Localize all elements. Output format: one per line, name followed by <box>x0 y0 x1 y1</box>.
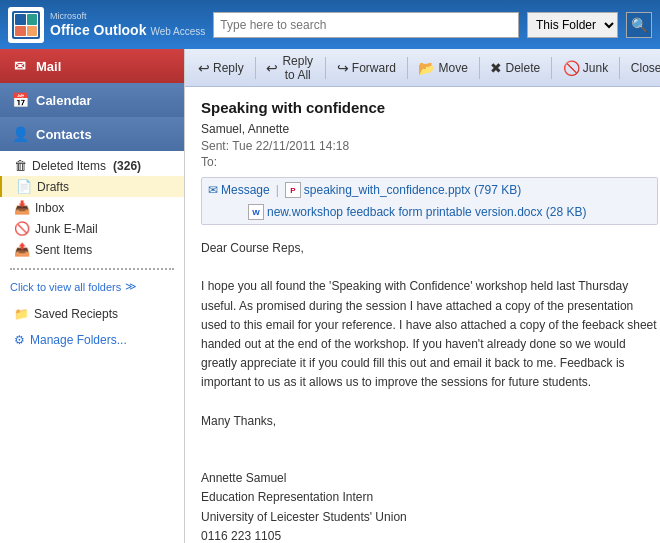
reply-all-button[interactable]: ↩ Reply to All <box>259 51 321 85</box>
saved-section: 📁 Saved Reciepts <box>0 299 184 329</box>
email-body: Dear Course Reps, I hope you all found t… <box>201 239 658 543</box>
logo-area: Microsoft Office Outlook Web Access <box>8 7 205 43</box>
reply-button[interactable]: ↩ Reply <box>191 57 251 79</box>
search-button[interactable]: 🔍 <box>626 12 652 38</box>
reply-label: Reply <box>213 61 244 75</box>
junk-label: Junk <box>583 61 608 75</box>
outlook-label: Office Outlook <box>50 22 146 39</box>
close-label: Close <box>631 61 660 75</box>
chevron-down-icon: ≫ <box>125 280 137 293</box>
sent-label: Sent Items <box>35 243 92 257</box>
message-icon: ✉ <box>208 183 218 197</box>
content-area: ↩ Reply ↩ Reply to All ↪ Forward 📂 Move … <box>185 49 660 543</box>
forward-label: Forward <box>352 61 396 75</box>
folder-list: 🗑 Deleted Items (326) 📄 Drafts 📥 Inbox 🚫… <box>0 151 184 264</box>
message-label: Message <box>221 183 270 197</box>
move-button[interactable]: 📂 Move <box>411 57 474 79</box>
close-button[interactable]: Close <box>624 58 660 78</box>
saved-folder-icon: 📁 <box>14 307 29 321</box>
forward-button[interactable]: ↪ Forward <box>330 57 403 79</box>
junk-button[interactable]: 🚫 Junk <box>556 57 615 79</box>
outlook-logo-icon <box>8 7 44 43</box>
view-all-folders-link[interactable]: Click to view all folders ≫ <box>0 274 184 299</box>
mail-icon: ✉ <box>10 56 30 76</box>
docx-attachment[interactable]: W new.workshop feedback form printable v… <box>248 204 587 220</box>
manage-folders-link[interactable]: ⚙ Manage Folders... <box>0 329 184 351</box>
reply-all-icon: ↩ <box>266 60 278 76</box>
move-icon: 📂 <box>418 60 435 76</box>
deleted-badge: (326) <box>113 159 141 173</box>
contacts-icon: 👤 <box>10 124 30 144</box>
sidebar-item-mail[interactable]: ✉ Mail <box>0 49 184 83</box>
calendar-label: Calendar <box>36 93 92 108</box>
pptx-attachment[interactable]: P speaking_with_confidence.pptx (797 KB) <box>285 182 521 198</box>
folder-inbox[interactable]: 📥 Inbox <box>0 197 184 218</box>
email-view: Speaking with confidence Samuel, Annette… <box>185 87 660 543</box>
pptx-label[interactable]: speaking_with_confidence.pptx (797 KB) <box>304 183 521 197</box>
attachments-row: ✉ Message | P speaking_with_confidence.p… <box>201 177 658 225</box>
svg-rect-2 <box>15 14 26 25</box>
junk-icon: 🚫 <box>14 221 30 236</box>
toolbar-sep-6 <box>619 57 620 79</box>
sent-icon: 📤 <box>14 242 30 257</box>
web-access-label: Web Access <box>150 26 205 38</box>
drafts-label: Drafts <box>37 180 69 194</box>
svg-rect-3 <box>27 14 37 25</box>
search-scope-select[interactable]: This Folder All Mail All Items <box>527 12 618 38</box>
search-input[interactable] <box>213 12 519 38</box>
folder-drafts[interactable]: 📄 Drafts <box>0 176 184 197</box>
move-label: Move <box>438 61 467 75</box>
junk-label: Junk E-Mail <box>35 222 98 236</box>
docx-label[interactable]: new.workshop feedback form printable ver… <box>267 205 587 219</box>
calendar-icon: 📅 <box>10 90 30 110</box>
app-header: Microsoft Office Outlook Web Access This… <box>0 0 660 49</box>
delete-button[interactable]: ✖ Delete <box>483 57 547 79</box>
deleted-label: Deleted Items <box>32 159 106 173</box>
reply-all-label: Reply to All <box>281 54 314 82</box>
sidebar-divider <box>10 268 174 270</box>
drafts-icon: 📄 <box>16 179 32 194</box>
sidebar-item-calendar[interactable]: 📅 Calendar <box>0 83 184 117</box>
folder-junk[interactable]: 🚫 Junk E-Mail <box>0 218 184 239</box>
deleted-icon: 🗑 <box>14 158 27 173</box>
toolbar-sep-4 <box>479 57 480 79</box>
delete-icon: ✖ <box>490 60 502 76</box>
toolbar-sep-2 <box>325 57 326 79</box>
main-layout: ✉ Mail 📅 Calendar 👤 Contacts 🗑 Deleted I… <box>0 49 660 543</box>
reply-icon: ↩ <box>198 60 210 76</box>
view-all-label: Click to view all folders <box>10 281 121 293</box>
toolbar-sep-3 <box>407 57 408 79</box>
email-from: Samuel, Annette <box>201 122 658 136</box>
email-to-label: To: <box>201 155 658 169</box>
toolbar-sep-1 <box>255 57 256 79</box>
microsoft-label: Microsoft <box>50 11 205 22</box>
svg-rect-4 <box>15 26 26 36</box>
toolbar-sep-5 <box>551 57 552 79</box>
attachment-sep: | <box>276 183 279 197</box>
contacts-label: Contacts <box>36 127 92 142</box>
email-toolbar: ↩ Reply ↩ Reply to All ↪ Forward 📂 Move … <box>185 49 660 87</box>
svg-rect-5 <box>27 26 37 36</box>
folder-deleted[interactable]: 🗑 Deleted Items (326) <box>0 155 184 176</box>
forward-icon: ↪ <box>337 60 349 76</box>
saved-receipts-label: Saved Reciepts <box>34 307 118 321</box>
inbox-label: Inbox <box>35 201 64 215</box>
mail-label: Mail <box>36 59 61 74</box>
logo-text: Microsoft Office Outlook Web Access <box>50 11 205 39</box>
folder-sent[interactable]: 📤 Sent Items <box>0 239 184 260</box>
delete-label: Delete <box>505 61 540 75</box>
pptx-icon: P <box>285 182 301 198</box>
junk-toolbar-icon: 🚫 <box>563 60 580 76</box>
sidebar: ✉ Mail 📅 Calendar 👤 Contacts 🗑 Deleted I… <box>0 49 185 543</box>
saved-receipts-item[interactable]: 📁 Saved Reciepts <box>0 303 184 325</box>
email-subject: Speaking with confidence <box>201 99 658 116</box>
manage-folders-icon: ⚙ <box>14 333 25 347</box>
sidebar-item-contacts[interactable]: 👤 Contacts <box>0 117 184 151</box>
inbox-icon: 📥 <box>14 200 30 215</box>
email-sent: Sent: Tue 22/11/2011 14:18 <box>201 139 658 153</box>
message-attachment[interactable]: ✉ Message <box>208 183 270 197</box>
manage-folders-label: Manage Folders... <box>30 333 127 347</box>
docx-icon: W <box>248 204 264 220</box>
